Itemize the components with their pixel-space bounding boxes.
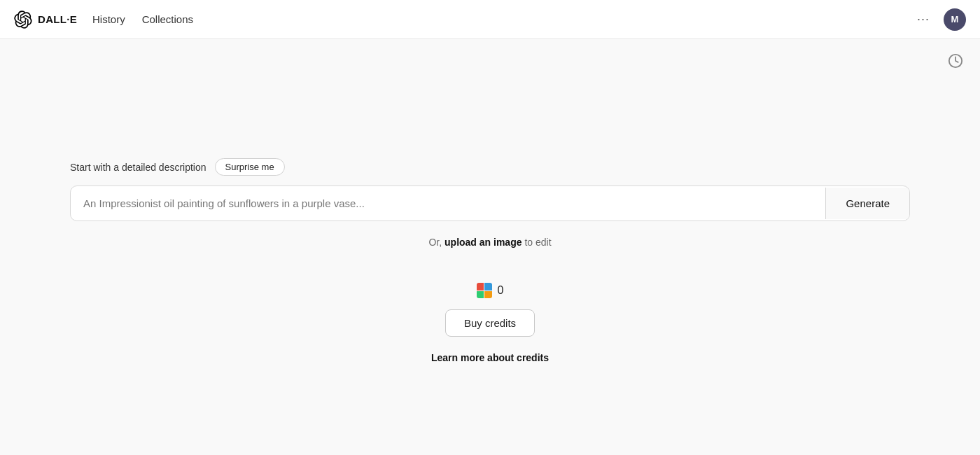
logo-area[interactable]: DALL·E (14, 10, 77, 29)
credits-icon-cell4 (484, 291, 492, 299)
credits-area: 0 Buy credits Learn more about credits (431, 283, 549, 363)
avatar[interactable]: M (944, 8, 966, 31)
credits-icon-cell1 (477, 283, 484, 290)
credits-icon-cell3 (477, 291, 484, 299)
navbar: DALL·E History Collections ··· M (0, 0, 980, 39)
main-content: Start with a detailed description Surpri… (0, 39, 980, 363)
prompt-input[interactable] (71, 186, 825, 220)
buy-credits-button[interactable]: Buy credits (445, 309, 535, 337)
upload-prefix: Or, (428, 237, 444, 248)
prompt-input-row: Generate (70, 186, 910, 221)
avatar-letter: M (951, 14, 959, 24)
surprise-me-button[interactable]: Surprise me (215, 158, 285, 176)
prompt-label: Start with a detailed description (70, 162, 206, 173)
learn-more-link[interactable]: Learn more about credits (431, 352, 549, 363)
nav-collections[interactable]: Collections (141, 10, 195, 28)
navbar-left: DALL·E History Collections (14, 10, 195, 29)
credits-icon (477, 283, 492, 298)
clock-icon (948, 53, 963, 69)
upload-image-link[interactable]: upload an image (444, 237, 522, 248)
openai-logo-icon (14, 10, 32, 29)
credits-count-row: 0 (477, 283, 504, 298)
more-dots: ··· (917, 12, 930, 27)
upload-line: Or, upload an image to edit (428, 237, 551, 248)
logo-text: DALL·E (38, 13, 77, 25)
navbar-right: ··· M (913, 8, 966, 31)
more-options-button[interactable]: ··· (913, 9, 934, 29)
prompt-section: Start with a detailed description Surpri… (70, 158, 910, 221)
nav-history[interactable]: History (91, 10, 127, 28)
upload-suffix: to edit (522, 237, 552, 248)
credits-icon-cell2 (484, 283, 492, 290)
generate-button[interactable]: Generate (825, 188, 909, 219)
prompt-label-row: Start with a detailed description Surpri… (70, 158, 910, 176)
history-icon-button[interactable] (948, 53, 963, 72)
credits-count: 0 (498, 284, 504, 297)
